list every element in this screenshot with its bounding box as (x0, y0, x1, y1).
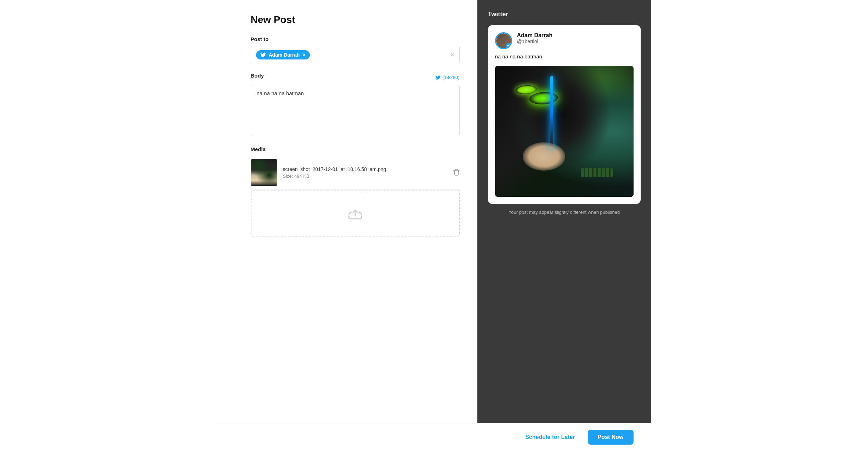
media-filename: screen_shot_2017-12-01_at_10.16.58_am.pn… (283, 166, 448, 172)
page-title: New Post (251, 14, 460, 25)
media-thumb-image (251, 159, 277, 186)
right-panel: Twitter Adam Darrah @1bertlol (477, 0, 651, 423)
footer-bar: Schedule for Later Post Now (217, 423, 651, 451)
media-label: Media (251, 146, 460, 152)
char-count-value: (18/280) (442, 75, 459, 80)
batman-preview (495, 66, 634, 197)
batman-light (550, 76, 553, 148)
page-wrapper: New Post Post to Adam Darrah × × (217, 0, 651, 451)
left-panel: New Post Post to Adam Darrah × × (217, 0, 477, 423)
tweet-header: Adam Darrah @1bertlol (495, 32, 634, 49)
media-size: Size: 494 KB (283, 173, 448, 179)
body-header: Body (18/280) (251, 73, 460, 82)
batman-chin (523, 142, 565, 171)
preview-disclaimer: Your post may appear slightly different … (488, 210, 641, 215)
upload-dropzone[interactable] (251, 190, 460, 236)
preview-title: Twitter (488, 11, 641, 18)
post-to-section: Post to Adam Darrah × × (251, 36, 460, 64)
post-now-button[interactable]: Post Now (588, 430, 634, 445)
remove-account-button[interactable]: × (302, 52, 305, 57)
villain-teeth (581, 168, 613, 177)
batman-bg (495, 66, 634, 197)
tweet-display-name: Adam Darrah (517, 32, 634, 39)
account-select-box[interactable]: Adam Darrah × × (251, 46, 460, 64)
media-info: screen_shot_2017-12-01_at_10.16.58_am.pn… (283, 166, 448, 179)
body-textarea[interactable] (251, 85, 460, 136)
twitter-badge (506, 43, 512, 49)
twitter-bird-icon (260, 52, 266, 58)
body-section: Body (18/280) (251, 73, 460, 138)
account-name: Adam Darrah (269, 52, 300, 58)
media-delete-button[interactable] (453, 169, 460, 177)
tweet-user-info: Adam Darrah @1bertlol (517, 32, 634, 44)
avatar (495, 32, 512, 49)
media-item: screen_shot_2017-12-01_at_10.16.58_am.pn… (251, 156, 460, 190)
tweet-handle: @1bertlol (517, 39, 634, 44)
schedule-later-button[interactable]: Schedule for Later (520, 430, 580, 444)
tweet-image (495, 66, 634, 197)
tweet-body-text: na na na na batman (495, 53, 634, 61)
media-thumbnail (251, 159, 277, 186)
twitter-char-icon (436, 75, 441, 80)
account-tag: Adam Darrah × (256, 50, 310, 59)
upload-icon (347, 205, 364, 222)
main-content: New Post Post to Adam Darrah × × (217, 0, 651, 423)
clear-selection-button[interactable]: × (450, 51, 454, 59)
post-to-label: Post to (251, 36, 460, 42)
char-count: (18/280) (436, 75, 459, 80)
tweet-preview-card: Adam Darrah @1bertlol na na na na batman (488, 25, 641, 204)
media-section: Media screen_shot_2017-12-01_at_10.16.58… (251, 146, 460, 236)
body-label: Body (251, 73, 264, 79)
